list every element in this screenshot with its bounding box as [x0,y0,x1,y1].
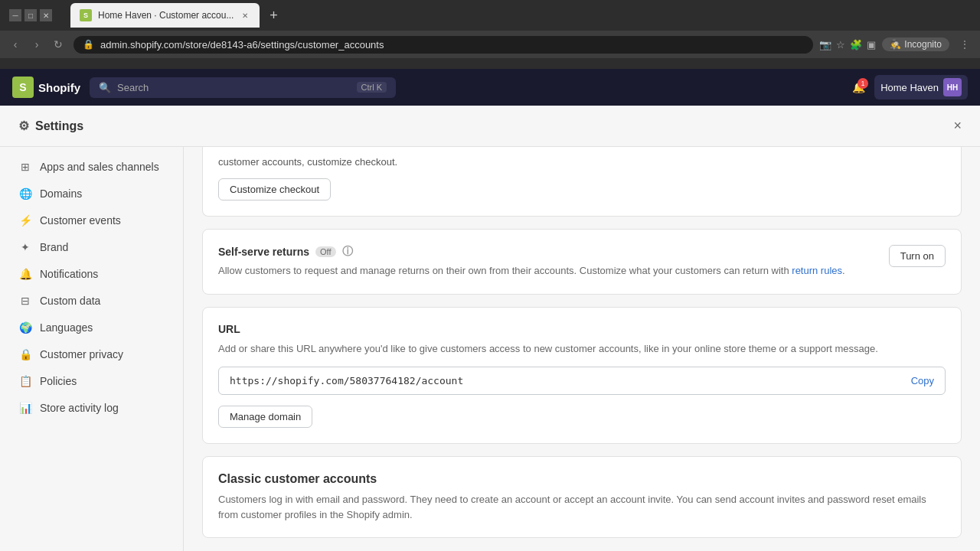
active-tab[interactable]: S Home Haven · Customer accou... ✕ [70,3,260,28]
custom-data-icon: ⊟ [18,294,32,308]
search-placeholder: Search [117,82,149,93]
url-text: admin.shopify.com/store/de8143-a6/settin… [100,39,384,51]
top-text: customer accounts, customize checkout. [218,156,946,168]
bookmark-icon[interactable]: ☆ [836,39,845,51]
info-icon[interactable]: ⓘ [342,245,353,259]
maximize-button[interactable]: □ [24,9,37,21]
search-icon: 🔍 [99,82,111,93]
sidebar-item-store-activity-log[interactable]: 📊 Store activity log [6,395,177,421]
sidebar-item-custom-data-label: Custom data [40,295,100,307]
nav-right: 🔔 1 Home Haven HH [852,75,968,99]
sidebar-item-apps-sales-label: Apps and sales channels [40,161,159,173]
url-section-title: URL [218,323,946,335]
lock-icon: 🔒 [83,39,94,50]
search-shortcut: Ctrl K [357,82,387,93]
sidebar: ⊞ Apps and sales channels 🌐 Domains ⚡ Cu… [0,147,184,551]
sidebar-item-languages[interactable]: 🌍 Languages [6,315,177,341]
self-serve-returns-section: Self-serve returns Off ⓘ Allow customers… [218,245,946,279]
shopify-logo-icon: S [12,77,34,98]
customer-privacy-icon: 🔒 [18,347,32,361]
customize-checkout-button[interactable]: Customize checkout [218,178,331,201]
sidebar-item-custom-data[interactable]: ⊟ Custom data [6,288,177,314]
turn-on-button[interactable]: Turn on [889,245,946,267]
settings-header: ⚙ Settings × [0,106,980,147]
sidebar-item-policies-label: Policies [40,375,77,387]
notifications-icon: 🔔 [18,267,32,281]
self-serve-returns-content: Self-serve returns Off ⓘ Allow customers… [218,245,877,279]
shopify-nav: S Shopify 🔍 Search Ctrl K 🔔 1 Home Haven… [0,69,980,106]
more-options-button[interactable]: ⋮ [956,35,974,54]
sidebar-item-customer-privacy[interactable]: 🔒 Customer privacy [6,341,177,367]
shopify-logo-text: Shopify [38,81,80,94]
classic-accounts-card: Classic customer accounts Customers log … [202,456,962,538]
sidebar-item-notifications-label: Notifications [40,268,98,280]
url-card: URL Add or share this URL anywhere you'd… [202,307,962,445]
screenshare-icon: 📷 [819,39,831,51]
address-bar[interactable]: 🔒 admin.shopify.com/store/de8143-a6/sett… [74,36,813,54]
url-box: https://shopify.com/58037764182/account … [218,367,946,395]
notification-count: 1 [858,78,868,89]
self-serve-returns-title: Self-serve returns Off ⓘ [218,245,877,259]
brand-icon: ✦ [18,240,32,254]
back-button[interactable]: ‹ [6,35,24,54]
store-activity-log-icon: 📊 [18,401,32,415]
gear-icon: ⚙ [18,119,29,133]
sidebar-item-brand-label: Brand [40,241,68,253]
manage-domain-button[interactable]: Manage domain [218,406,312,428]
classic-section-desc: Customers log in with email and password… [218,492,946,522]
minimize-button[interactable]: ─ [9,9,21,21]
sidebar-item-languages-label: Languages [40,321,93,334]
policies-icon: 📋 [18,374,32,388]
sidebar-item-policies[interactable]: 📋 Policies [6,368,177,394]
sidebar-item-domains-label: Domains [40,187,82,200]
off-badge: Off [315,246,335,257]
sidebar-item-domains[interactable]: 🌐 Domains [6,181,177,207]
sidebar-item-store-activity-log-label: Store activity log [40,402,119,414]
store-avatar: HH [943,78,962,96]
incognito-icon: 🕵 [890,39,901,50]
sidebar-toggle-icon[interactable]: ▣ [867,39,876,51]
main-content: customer accounts, customize checkout. C… [184,147,980,551]
refresh-button[interactable]: ↻ [49,35,67,54]
sidebar-item-customer-events-label: Customer events [40,214,121,227]
search-bar[interactable]: 🔍 Search Ctrl K [90,77,396,98]
store-name: Home Haven [880,82,939,93]
tab-title: Home Haven · Customer accou... [98,10,234,21]
sidebar-item-customer-events[interactable]: ⚡ Customer events [6,207,177,233]
url-section-desc: Add or share this URL anywhere you'd lik… [218,341,946,357]
languages-icon: 🌍 [18,321,32,334]
store-badge[interactable]: Home Haven HH [874,75,968,99]
sidebar-item-brand[interactable]: ✦ Brand [6,234,177,260]
self-serve-returns-desc: Allow customers to request and manage re… [218,263,877,279]
domains-icon: 🌐 [18,187,32,201]
sidebar-item-customer-privacy-label: Customer privacy [40,348,123,360]
settings-modal: ⚙ Settings × ⊞ Apps and sales channels 🌐… [0,106,980,551]
shopify-logo[interactable]: S Shopify [12,77,80,98]
incognito-badge: 🕵 Incognito [882,37,949,51]
sidebar-item-apps-sales[interactable]: ⊞ Apps and sales channels [6,154,177,180]
settings-title: ⚙ Settings [18,119,83,133]
close-window-button[interactable]: ✕ [40,9,52,21]
url-value: https://shopify.com/58037764182/account [230,375,463,386]
extensions-icon[interactable]: 🧩 [850,39,862,51]
copy-url-button[interactable]: Copy [911,375,934,386]
apps-sales-icon: ⊞ [18,160,32,174]
close-settings-button[interactable]: × [953,118,962,134]
classic-section-title: Classic customer accounts [218,472,946,486]
tab-favicon: S [80,9,92,21]
new-tab-button[interactable]: + [263,5,284,26]
tab-close-button[interactable]: ✕ [240,10,250,21]
customer-events-icon: ⚡ [18,214,32,227]
forward-button[interactable]: › [28,35,46,54]
self-serve-returns-card: Self-serve returns Off ⓘ Allow customers… [202,229,962,295]
notification-bell[interactable]: 🔔 1 [852,81,865,93]
sidebar-item-notifications[interactable]: 🔔 Notifications [6,261,177,287]
return-rules-link[interactable]: return rules [792,265,842,276]
settings-body: ⊞ Apps and sales channels 🌐 Domains ⚡ Cu… [0,147,980,551]
